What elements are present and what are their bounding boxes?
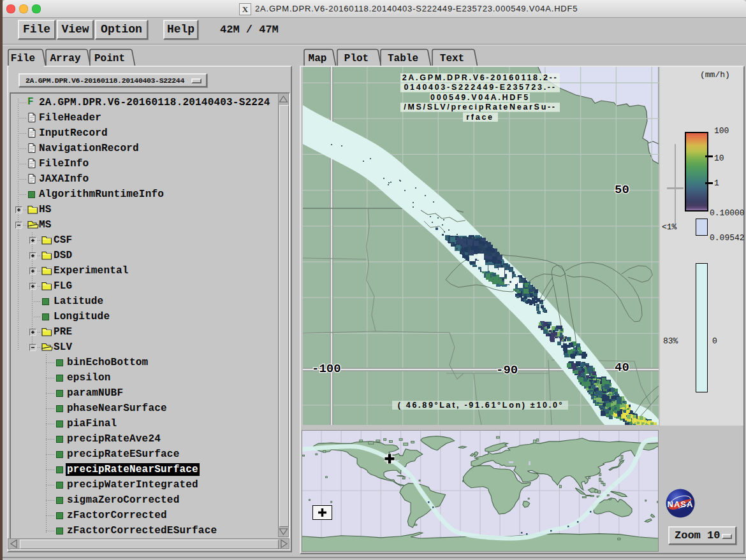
svg-text:( 46.89°Lat, -91.61°Lon) ±10.0: ( 46.89°Lat, -91.61°Lon) ±10.0° (398, 401, 564, 410)
svg-text:50: 50 (615, 183, 629, 197)
svg-text:Array: Array (50, 53, 80, 64)
svg-text:Table: Table (388, 53, 418, 64)
svg-text:Plot: Plot (344, 53, 369, 64)
svg-text:rface: rface (466, 113, 494, 122)
svg-text:-90: -90 (496, 363, 518, 377)
svg-text:/MS/SLV/precipRateNearSu--: /MS/SLV/precipRateNearSu-- (404, 103, 556, 111)
svg-text:File: File (11, 53, 35, 64)
svg-text:Text: Text (440, 53, 464, 64)
svg-text:Map: Map (309, 53, 327, 64)
svg-text:2A.GPM.DPR.V6-20160118.2--: 2A.GPM.DPR.V6-20160118.2-- (402, 73, 559, 82)
svg-text:NASA: NASA (668, 499, 694, 509)
svg-text:Point: Point (94, 53, 125, 64)
svg-text:-100: -100 (312, 362, 341, 376)
svg-text:0140403-S222449-E235723.--: 0140403-S222449-E235723.-- (404, 83, 556, 92)
svg-text:000549.V04A.HDF5: 000549.V04A.HDF5 (430, 93, 530, 102)
svg-text:40: 40 (615, 361, 629, 375)
